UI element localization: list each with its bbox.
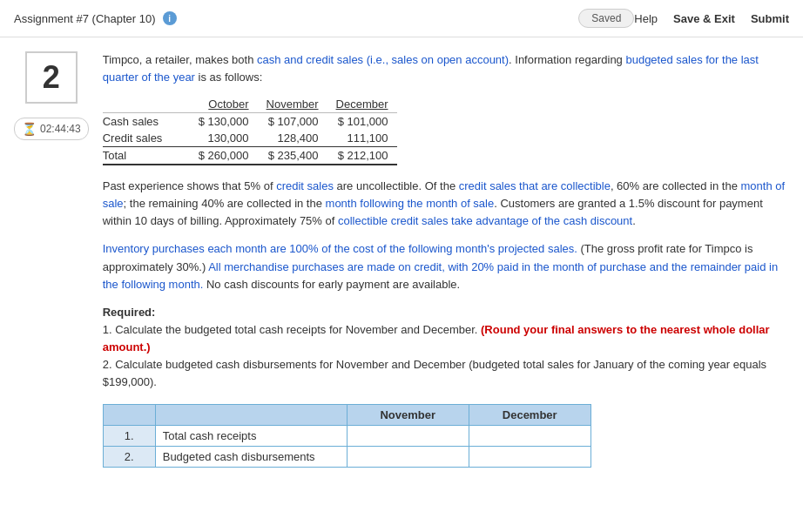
timer-box: ⏳ 02:44:43	[14, 118, 89, 140]
cash-sales-nov: $ 107,000	[258, 113, 327, 131]
total-nov: $ 235,400	[258, 147, 327, 165]
required-text: Required: 1. Calculate the budgeted tota…	[103, 304, 789, 392]
credit-sales-p1: credit sales	[276, 179, 334, 192]
right-panel: Timpco, a retailer, makes both cash and …	[103, 51, 789, 468]
row-num-2: 2.	[103, 446, 155, 467]
col-october: October	[190, 96, 258, 113]
required-label: Required:	[103, 306, 156, 319]
assignment-title: Assignment #7 (Chapter 10)	[14, 12, 156, 25]
total-label: Total	[103, 147, 190, 165]
answer-row-2: 2. Budgeted cash disbursements	[103, 446, 590, 467]
answer-table: November December 1. Total cash receipts…	[103, 404, 591, 468]
table-row: Credit sales 130,000 128,400 111,100	[103, 130, 397, 147]
header-right: Help Save & Exit Submit	[634, 12, 789, 25]
paragraph1: Past experience shows that 5% of credit …	[103, 178, 789, 230]
help-button[interactable]: Help	[634, 12, 658, 25]
credit-sales-dec: 111,100	[327, 130, 397, 147]
total-cash-nov-input[interactable]	[354, 429, 462, 442]
credit-sales-collectible: credit sales that are collectible	[459, 179, 611, 192]
credit-sales-nov: 128,400	[258, 130, 327, 147]
row-num-1: 1.	[103, 425, 155, 446]
round-note: (Round your final answers to the nearest…	[103, 323, 770, 354]
total-cash-dec-cell[interactable]	[469, 425, 590, 446]
left-panel: 2 ⏳ 02:44:43	[14, 51, 89, 468]
budgeted-disbursements-label: Budgeted cash disbursements	[155, 446, 347, 467]
col-header-november: November	[347, 404, 469, 425]
disbursements-nov-cell[interactable]	[347, 446, 469, 467]
credit-sales-label: Credit sales	[103, 130, 190, 147]
collectible-credit: collectible credit sales take advantage …	[338, 214, 632, 227]
timer-value: 02:44:43	[40, 123, 81, 135]
saved-badge: Saved	[578, 9, 634, 28]
submit-button[interactable]: Submit	[751, 12, 789, 25]
disbursements-dec-input[interactable]	[476, 450, 584, 463]
answer-table-header: November December	[103, 404, 590, 425]
total-dec: $ 212,100	[327, 147, 397, 165]
disbursements-nov-input[interactable]	[354, 450, 462, 463]
merchandise-purchases: All merchandise purchases are made on cr…	[103, 260, 778, 291]
sales-table: October November December Cash sales $ 1…	[103, 96, 397, 165]
save-exit-button[interactable]: Save & Exit	[673, 12, 735, 25]
total-cash-receipts-label: Total cash receipts	[155, 425, 347, 446]
table-row: Cash sales $ 130,000 $ 107,000 $ 101,000	[103, 113, 397, 131]
total-cash-dec-input[interactable]	[476, 429, 584, 442]
required-section: Required: 1. Calculate the budgeted tota…	[103, 304, 789, 392]
timer-icon: ⏳	[22, 122, 37, 136]
col-november: November	[258, 96, 327, 113]
question-number: 2	[25, 51, 78, 104]
header-empty2	[155, 404, 347, 425]
cash-sales-label: Cash sales	[103, 113, 190, 131]
total-oct: $ 260,000	[190, 147, 258, 165]
problem-intro: Timpco, a retailer, makes both cash and …	[103, 51, 789, 85]
total-row: Total $ 260,000 $ 235,400 $ 212,100	[103, 147, 397, 165]
header-empty1	[103, 404, 155, 425]
col-header-december: December	[469, 404, 590, 425]
answer-row-1: 1. Total cash receipts	[103, 425, 590, 446]
inventory-purchases: Inventory purchases each month are 100% …	[103, 242, 577, 255]
header: Assignment #7 (Chapter 10) i Saved Help …	[0, 0, 803, 37]
paragraph2: Inventory purchases each month are 100% …	[103, 240, 789, 293]
col-december: December	[327, 96, 397, 113]
following-month: month following the month of sale	[326, 197, 495, 210]
total-cash-nov-cell[interactable]	[347, 425, 469, 446]
main-content: 2 ⏳ 02:44:43 Timpco, a retailer, makes b…	[0, 37, 803, 481]
disbursements-dec-cell[interactable]	[469, 446, 590, 467]
credit-sales-oct: 130,000	[190, 130, 258, 147]
header-left: Assignment #7 (Chapter 10) i Saved	[14, 9, 634, 28]
cash-sales-oct: $ 130,000	[190, 113, 258, 131]
info-icon[interactable]: i	[163, 11, 177, 25]
highlight-cash-credit: cash and credit sales (i.e., sales on op…	[257, 53, 509, 66]
cash-sales-dec: $ 101,000	[327, 113, 397, 131]
